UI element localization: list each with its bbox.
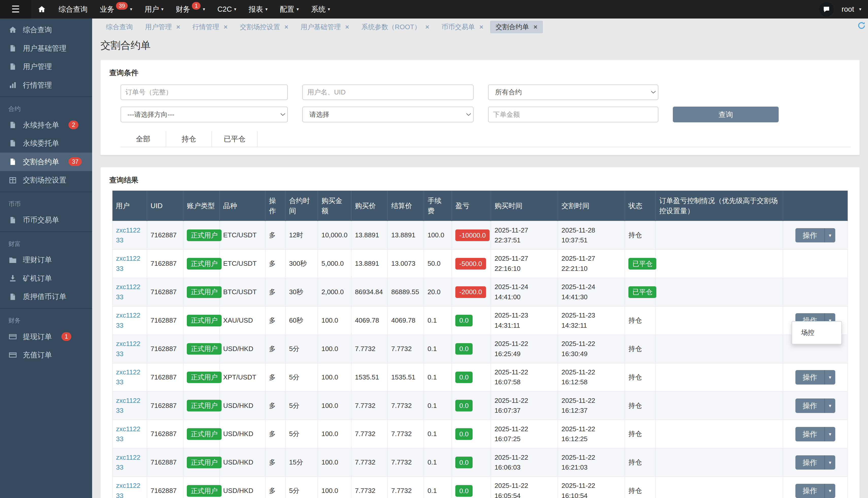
- user-link[interactable]: zxc112233: [116, 454, 140, 471]
- table-row: zxc1122337162887正式用户USD/HKD多5分100.07.773…: [113, 477, 848, 498]
- action-button[interactable]: 操作: [795, 370, 824, 384]
- user-link[interactable]: zxc112233: [116, 425, 140, 443]
- direction-select[interactable]: ---请选择方向---: [120, 107, 288, 122]
- user-menu[interactable]: root ▾: [842, 5, 862, 13]
- navbar-item[interactable]: 用户▾: [138, 0, 170, 18]
- user-link[interactable]: zxc112233: [116, 340, 140, 358]
- search-button[interactable]: 查询: [673, 107, 779, 122]
- close-icon[interactable]: ×: [176, 23, 180, 31]
- pnl-badge: 0.0: [455, 485, 472, 497]
- close-icon[interactable]: ×: [425, 23, 429, 31]
- close-icon[interactable]: ×: [479, 23, 483, 31]
- buy-time: 2025-11-27 22:37:51: [495, 225, 554, 246]
- action-dropdown-toggle[interactable]: ▾: [824, 228, 835, 243]
- user-link[interactable]: zxc112233: [116, 226, 140, 244]
- tab-item[interactable]: 综合查询: [101, 21, 138, 33]
- dropdown-item-field-control[interactable]: 场控: [792, 326, 841, 340]
- action-button[interactable]: 操作: [795, 228, 824, 243]
- filter-tab[interactable]: 持仓: [166, 131, 212, 147]
- sidebar-item[interactable]: 综合查询: [0, 21, 92, 39]
- tab-label: 交割场控设置: [240, 23, 280, 31]
- action-button[interactable]: 操作: [795, 427, 824, 442]
- sidebar-item-badge: 37: [68, 157, 82, 166]
- action-button[interactable]: 操作: [795, 455, 824, 470]
- sidebar-item[interactable]: 提现订单1: [0, 327, 92, 346]
- sidebar-item[interactable]: 充值订单: [0, 346, 92, 364]
- user-link[interactable]: zxc112233: [116, 312, 140, 329]
- navbar-item[interactable]: 系统▾: [305, 0, 336, 18]
- close-icon[interactable]: ×: [534, 23, 537, 31]
- sidebar-item[interactable]: 用户基础管理: [0, 39, 92, 57]
- file-icon: [8, 217, 17, 224]
- navbar-item[interactable]: 配置▾: [274, 0, 305, 18]
- hamburger-menu-button[interactable]: ☰: [0, 0, 31, 18]
- cell-fee: 0.1: [424, 306, 452, 335]
- cell-uid: 7162887: [147, 306, 183, 335]
- navbar-item[interactable]: 综合查询: [53, 0, 94, 18]
- cell-buy-time: 2025-11-27 22:16:10: [491, 249, 558, 278]
- navbar-item[interactable]: C2C▾: [211, 0, 242, 18]
- account-type-badge: 正式用户: [187, 315, 221, 326]
- sidebar-item-label: 理财订单: [23, 255, 52, 265]
- tab-item[interactable]: 用户管理×: [139, 21, 185, 33]
- action-button[interactable]: 操作: [795, 398, 824, 413]
- cell-duration: 300秒: [286, 249, 318, 278]
- cell-fee: 0.1: [424, 420, 452, 448]
- sidebar-item[interactable]: 理财订单: [0, 251, 92, 269]
- chat-button[interactable]: [819, 2, 834, 16]
- tab-item[interactable]: 行情管理×: [187, 21, 233, 33]
- action-dropdown-toggle[interactable]: ▾: [824, 370, 835, 384]
- navbar-item[interactable]: 业务39▾: [94, 0, 138, 18]
- top-navbar: ☰ 综合查询业务39▾用户▾财务1▾C2C▾报表▾配置▾系统▾ root ▾: [0, 0, 868, 18]
- close-icon[interactable]: ×: [345, 23, 349, 31]
- navbar-item[interactable]: 财务1▾: [170, 0, 211, 18]
- sidebar-item[interactable]: 交割场控设置: [0, 171, 92, 189]
- navbar-item[interactable]: 报表▾: [242, 0, 274, 18]
- sidebar-item[interactable]: 质押借币订单: [0, 288, 92, 306]
- file-icon: [8, 121, 17, 129]
- tab-item[interactable]: 系统参数（ROOT）×: [356, 21, 435, 33]
- user-link[interactable]: zxc112233: [116, 254, 140, 272]
- filter-tab[interactable]: 已平仓: [212, 131, 258, 147]
- close-icon[interactable]: ×: [285, 23, 288, 31]
- action-dropdown-toggle[interactable]: ▾: [824, 427, 835, 442]
- sidebar-item[interactable]: 永续持仓单2: [0, 116, 92, 134]
- filter-tab[interactable]: 全部: [120, 131, 166, 147]
- tab-item[interactable]: 交割场控设置×: [234, 21, 294, 33]
- amount-input[interactable]: [488, 107, 658, 122]
- sidebar-section: 财富理财订单矿机订单质押借币订单: [0, 232, 92, 308]
- tab-item[interactable]: 币币交易单×: [436, 21, 489, 33]
- sidebar-item-label: 充值订单: [23, 350, 52, 360]
- cell-status: 持仓: [625, 221, 656, 249]
- sidebar-item[interactable]: 矿机订单: [0, 269, 92, 288]
- sidebar-item[interactable]: 行情管理: [0, 76, 92, 94]
- action-dropdown-toggle[interactable]: ▾: [824, 398, 835, 413]
- sidebar-item[interactable]: 永续委托单: [0, 134, 92, 153]
- user-link[interactable]: zxc112233: [116, 397, 140, 415]
- sidebar-section-title: 财务: [0, 311, 92, 327]
- user-link[interactable]: zxc112233: [116, 482, 140, 498]
- user-link[interactable]: zxc112233: [116, 368, 140, 386]
- tab-item[interactable]: 交割合约单×: [490, 21, 543, 33]
- home-nav-button[interactable]: [31, 0, 53, 18]
- sidebar-section: 综合查询用户基础管理用户管理行情管理: [0, 18, 92, 97]
- column-header: 购买时间: [491, 191, 558, 221]
- tab-item[interactable]: 用户基础管理×: [295, 21, 355, 33]
- user-link[interactable]: zxc112233: [116, 283, 140, 301]
- refresh-icon[interactable]: [857, 21, 866, 30]
- sidebar-item[interactable]: 币币交易单: [0, 211, 92, 230]
- cell-actions: 操作▾: [783, 391, 848, 420]
- contract-select[interactable]: 所有合约: [488, 84, 658, 100]
- order-no-input[interactable]: [120, 84, 288, 100]
- username-uid-input[interactable]: [302, 84, 474, 100]
- action-dropdown-toggle[interactable]: ▾: [824, 484, 835, 498]
- table-row: zxc1122337162887正式用户USD/HKD多5分100.07.773…: [113, 420, 848, 448]
- status-select[interactable]: 请选择: [302, 107, 474, 122]
- action-button[interactable]: 操作: [795, 484, 824, 498]
- cell-user: zxc112233: [113, 391, 147, 420]
- close-icon[interactable]: ×: [224, 23, 227, 31]
- sidebar-item[interactable]: 用户管理: [0, 57, 92, 76]
- action-dropdown-toggle[interactable]: ▾: [824, 455, 835, 470]
- cell-buy-price: 1535.51: [351, 363, 387, 392]
- sidebar-item[interactable]: 交割合约单37: [0, 153, 92, 171]
